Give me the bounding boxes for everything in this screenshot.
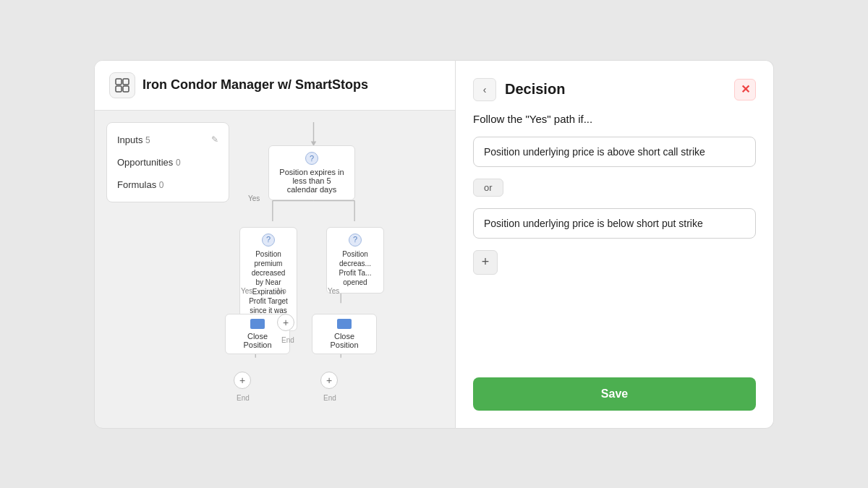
flow-area: ? Position expires in less than 5 calend… [239,122,449,416]
expire-question-icon: ? [305,152,318,165]
yes-label-left: Yes [248,194,260,202]
end-label-no: End [281,336,294,344]
or-label: or [484,182,493,193]
svg-rect-0 [116,79,122,85]
close-icon: ✕ [741,82,750,96]
decision-title: Decision [505,81,565,98]
condition1-input[interactable] [473,137,756,167]
close-button[interactable]: ✕ [734,79,756,100]
decision-panel: ‹ Decision ✕ Follow the "Yes" path if...… [456,60,774,429]
condition2-input[interactable] [473,208,756,239]
yes-label-branch-right: Yes [328,287,339,295]
premium-node-right-text: Position decreas... Profit Ta... opened [339,250,372,286]
svg-rect-3 [123,86,129,92]
or-badge: or [473,179,503,197]
close-position-icon-right [337,319,352,329]
inputs-count: 5 [145,135,150,145]
save-button[interactable]: Save [473,377,756,411]
svg-rect-1 [123,79,129,85]
sidebar-item-opportunities-label: Opportunities 0 [117,157,181,168]
decision-header: ‹ Decision ✕ [473,78,756,101]
close-position-left-label: Close Position [243,332,271,349]
sidebar-nav: Inputs 5 ✎ Opportunities 0 Formulas 0 [106,122,229,202]
back-icon: ‹ [483,84,487,95]
sidebar-item-inputs[interactable]: Inputs 5 ✎ [107,129,229,151]
svg-rect-2 [116,86,122,92]
formulas-count: 0 [159,180,164,190]
end-label-left: End [237,394,250,402]
follow-label: Follow the "Yes" path if... [473,113,756,125]
add-btn-left[interactable]: + [234,372,251,389]
close-position-icon-left [250,319,265,329]
back-button[interactable]: ‹ [473,78,496,101]
sidebar-item-formulas-label: Formulas 0 [117,179,163,190]
workflow-icon [109,72,135,98]
add-btn-right[interactable]: + [320,372,338,389]
no-label: No [277,287,286,295]
sidebar-item-opportunities[interactable]: Opportunities 0 [107,151,229,174]
workflow-body: Inputs 5 ✎ Opportunities 0 Formulas 0 [95,111,455,427]
workflow-panel: Iron Condor Manager w/ SmartStops Inputs… [94,60,456,429]
premium-question-icon-right: ? [349,234,362,247]
opportunities-count: 0 [176,158,181,168]
sidebar-item-formulas[interactable]: Formulas 0 [107,174,229,196]
workflow-title: Iron Condor Manager w/ SmartStops [142,77,368,93]
sidebar-item-inputs-label: Inputs 5 [117,134,150,145]
main-container: Iron Condor Manager w/ SmartStops Inputs… [94,60,774,429]
premium-question-icon-left: ? [262,234,275,247]
workflow-header: Iron Condor Manager w/ SmartStops [95,61,455,111]
add-condition-icon: + [482,254,490,270]
edit-icon[interactable]: ✎ [211,134,218,145]
close-position-right-label: Close Position [330,332,358,349]
close-position-right[interactable]: Close Position [312,314,377,354]
yes-label-branch-left: Yes [241,287,252,295]
add-condition-button[interactable]: + [473,250,498,275]
add-btn-no[interactable]: + [277,314,294,331]
expire-node-text: Position expires in less than 5 calendar… [279,168,344,194]
end-label-right: End [323,394,336,402]
decision-header-left: ‹ Decision [473,78,565,101]
expire-node[interactable]: ? Position expires in less than 5 calend… [268,145,355,200]
premium-node-right[interactable]: ? Position decreas... Profit Ta... opene… [326,227,384,294]
